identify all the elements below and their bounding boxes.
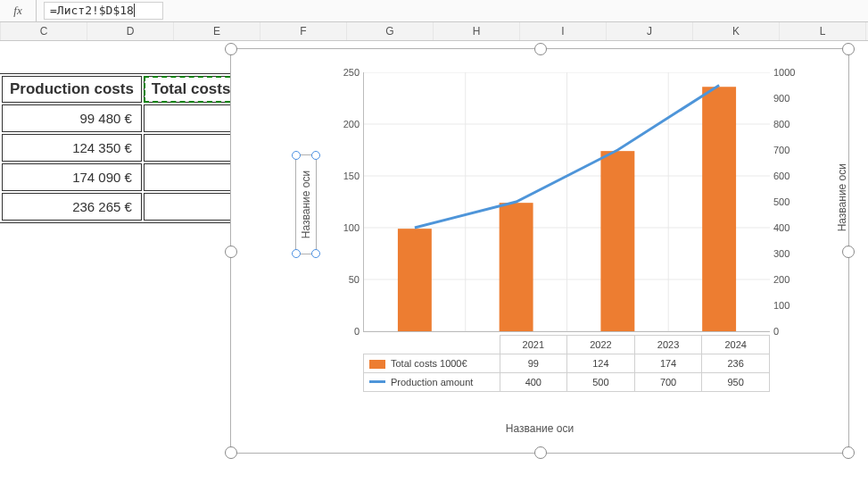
svg-rect-11	[600, 151, 634, 331]
col-J[interactable]: J	[607, 22, 693, 40]
resize-handle-icon[interactable]	[292, 249, 301, 258]
resize-handle-icon[interactable]	[311, 151, 320, 160]
cell[interactable]: 99 480 €	[2, 104, 142, 132]
resize-handle-icon[interactable]	[225, 246, 237, 258]
data-value: 400	[500, 373, 567, 392]
col-F[interactable]: F	[260, 22, 347, 40]
legend-label: Production amount	[391, 377, 473, 388]
data-value: 950	[702, 373, 770, 392]
col-E[interactable]: E	[174, 22, 260, 40]
cell[interactable]: 174 090 €	[2, 163, 142, 191]
y-axis-right-label[interactable]: Название оси	[836, 163, 848, 231]
data-value: 700	[634, 373, 702, 392]
col-L[interactable]: L	[780, 22, 866, 40]
data-value: 500	[567, 373, 635, 392]
resize-handle-icon[interactable]	[534, 43, 547, 55]
line-swatch-icon	[369, 380, 385, 383]
category-label: 2023	[634, 336, 702, 354]
data-value: 99	[500, 354, 567, 373]
resize-handle-icon[interactable]	[292, 151, 301, 160]
legend-label: Total costs 1000€	[391, 358, 467, 369]
svg-rect-9	[398, 229, 432, 331]
col-G[interactable]: G	[347, 22, 434, 40]
resize-handle-icon[interactable]	[225, 43, 237, 55]
category-label: 2022	[567, 336, 635, 354]
formula-text: =Лист2!$D$18	[50, 4, 134, 17]
resize-handle-icon[interactable]	[842, 446, 855, 459]
col-K[interactable]: K	[693, 22, 780, 40]
plot-area[interactable]	[363, 72, 770, 332]
fx-icon[interactable]: fx	[0, 0, 37, 21]
resize-handle-icon[interactable]	[534, 446, 547, 459]
resize-handle-icon[interactable]	[842, 246, 855, 258]
col-D[interactable]: D	[87, 22, 174, 40]
resize-handle-icon[interactable]	[225, 446, 237, 459]
col-H[interactable]: H	[434, 22, 520, 40]
data-value: 236	[702, 354, 770, 373]
y-axis-left-label-editor[interactable]: Название оси	[295, 154, 317, 254]
svg-rect-12	[702, 87, 736, 331]
y-axis-left: 050100150200250	[327, 72, 360, 331]
y-axis-right: 01002003004005006007008009001000	[773, 72, 806, 331]
column-header-row: C D E F G H I J K L M	[0, 22, 868, 41]
legend-item-line[interactable]: Production amount	[364, 373, 500, 392]
chart-data-table[interactable]: 2021 2022 2023 2024 Total costs 1000€ 99…	[363, 335, 770, 392]
cell[interactable]: 124 350 €	[2, 134, 142, 162]
col-C[interactable]: C	[1, 22, 87, 40]
header-production-costs[interactable]: Production costs	[2, 76, 142, 103]
cell[interactable]: 236 265 €	[2, 193, 142, 221]
legend-item-bars[interactable]: Total costs 1000€	[364, 354, 500, 373]
axis-title-text: Название оси	[300, 171, 312, 238]
svg-rect-10	[500, 203, 533, 331]
resize-handle-icon[interactable]	[311, 249, 320, 258]
resize-handle-icon[interactable]	[842, 43, 855, 55]
formula-input[interactable]: =Лист2!$D$18	[44, 2, 163, 20]
chart-frame: 050100150200250 010020030040050060070080…	[230, 48, 849, 454]
chart-object[interactable]: 050100150200250 010020030040050060070080…	[223, 41, 856, 461]
data-value: 174	[634, 354, 702, 373]
formula-bar: fx =Лист2!$D$18	[0, 0, 868, 22]
category-label: 2024	[702, 336, 770, 354]
data-value: 124	[567, 354, 635, 373]
x-axis-label[interactable]: Название оси	[238, 422, 841, 435]
bar-swatch-icon	[369, 360, 385, 369]
category-label: 2021	[500, 336, 567, 354]
col-I[interactable]: I	[520, 22, 607, 40]
